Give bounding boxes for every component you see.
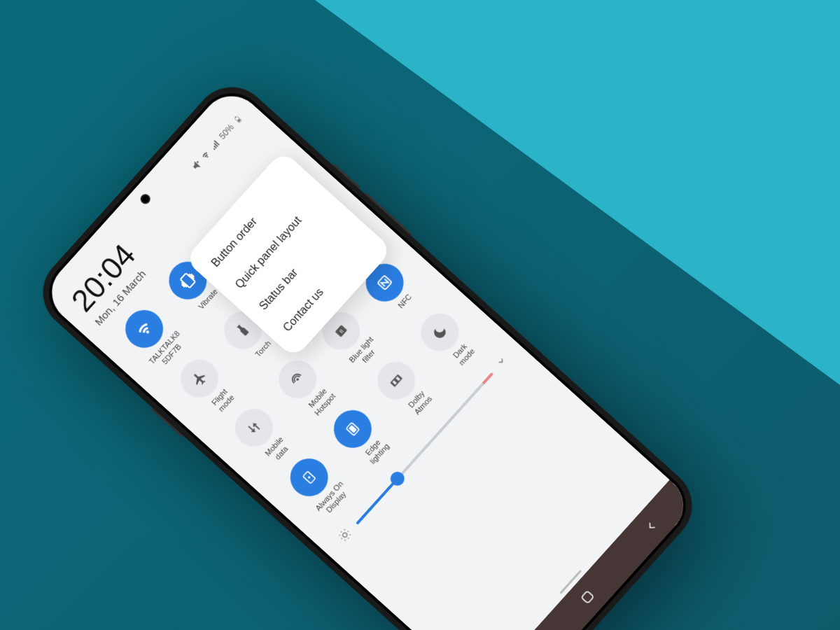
svg-point-5 [295, 378, 299, 382]
nav-back-icon[interactable] [641, 517, 661, 536]
svg-rect-17 [581, 591, 594, 603]
battery-text: 50% [217, 122, 235, 141]
wifi-icon [199, 148, 213, 162]
brightness-icon [336, 526, 356, 546]
signal-icon [208, 138, 222, 152]
svg-point-16 [342, 532, 347, 538]
status-indicators: 50% [189, 113, 244, 172]
svg-point-10 [307, 476, 311, 479]
svg-rect-13 [389, 374, 402, 387]
dark-label: Darkmode [450, 341, 477, 368]
torch-label: Torch [253, 339, 279, 365]
slider-thumb[interactable] [388, 469, 407, 489]
flight-label: Flightmode [209, 387, 237, 414]
navigation-bar [479, 479, 696, 630]
mute-icon [189, 159, 203, 173]
phone-screen: 20:04 Mon, 16 March [39, 83, 696, 630]
phone-mockup: 20:04 Mon, 16 March [27, 71, 707, 630]
battery-icon [232, 113, 244, 125]
nfc-label: NFC [396, 293, 420, 316]
nav-home-icon[interactable] [577, 587, 598, 608]
expand-slider-icon[interactable] [494, 354, 510, 370]
